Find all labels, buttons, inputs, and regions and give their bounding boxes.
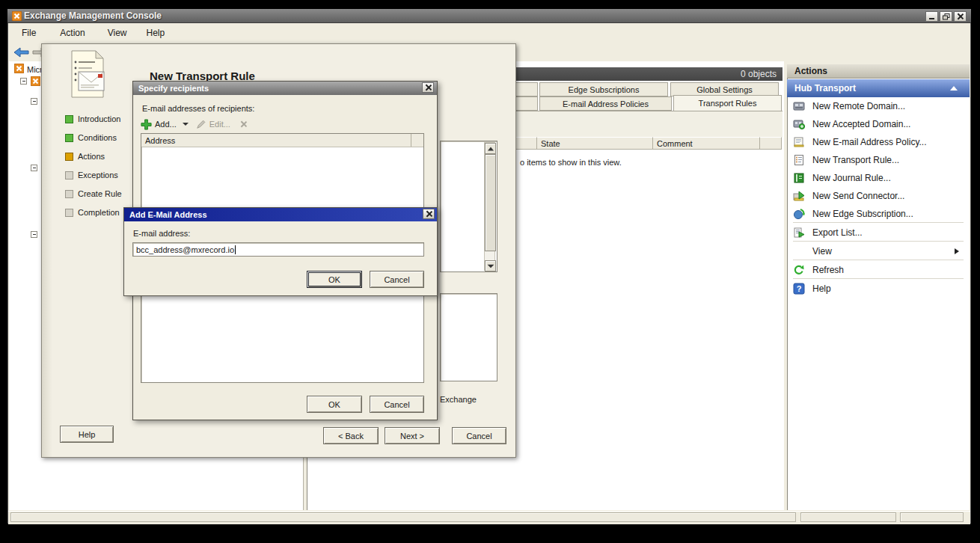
address-column-header[interactable]: Address <box>141 134 411 147</box>
tab-transport-rules[interactable]: Transport Rules <box>673 95 782 111</box>
menu-action[interactable]: Action <box>52 25 92 40</box>
scroll-thumb[interactable] <box>485 154 496 251</box>
tree-node-icon <box>31 76 40 86</box>
step-label: Create Rule <box>78 189 122 198</box>
action-new-edge-subscription[interactable]: New Edge Subscription... <box>788 206 968 222</box>
wizard-next-button[interactable]: Next > <box>385 427 440 444</box>
action-export-list[interactable]: Export List... <box>788 224 968 241</box>
step-label: Actions <box>78 152 105 161</box>
action-label: New Edge Subscription... <box>812 209 913 219</box>
action-new-remote-domain[interactable]: New Remote Domain... <box>788 98 968 114</box>
refresh-icon <box>793 264 805 276</box>
step-status-icon <box>65 134 73 142</box>
column-label: State <box>541 139 560 148</box>
action-new-transport-rule[interactable]: New Transport Rule... <box>788 152 968 168</box>
action-new-send-connector[interactable]: New Send Connector... <box>788 188 968 204</box>
action-label: New E-mail Address Policy... <box>812 137 927 147</box>
delete-button[interactable] <box>241 121 247 127</box>
menu-file[interactable]: File <box>14 25 43 40</box>
button-label: Help <box>79 430 96 439</box>
add-email-close-button[interactable] <box>423 209 435 219</box>
column-header-filler <box>760 137 782 150</box>
edit-button[interactable]: Edit... <box>209 120 230 129</box>
objects-count: 0 objects <box>741 69 777 79</box>
restore-button[interactable] <box>940 11 952 22</box>
action-label: New Accepted Domain... <box>812 119 910 129</box>
wizard-cancel-button[interactable]: Cancel <box>452 427 506 444</box>
action-new-email-address-policy[interactable]: New E-mail Address Policy... <box>788 134 968 150</box>
action-refresh[interactable]: Refresh <box>788 262 968 278</box>
add-email-title-bar[interactable]: Add E-Mail Address <box>124 208 437 221</box>
column-header-comment[interactable]: Comment <box>653 137 760 150</box>
scroll-up-button[interactable] <box>485 143 496 154</box>
minimize-button[interactable] <box>925 11 938 22</box>
step-status-icon <box>65 171 73 180</box>
email-address-input[interactable]: bcc_address@mxrecord.io <box>132 242 424 257</box>
add-email-ok-button[interactable]: OK <box>307 271 362 288</box>
action-help[interactable]: ? Help <box>788 280 968 297</box>
wizard-list-scrollbar[interactable] <box>484 142 495 271</box>
wizard-step-exceptions: Exceptions <box>65 171 118 180</box>
action-label: Export List... <box>812 227 863 238</box>
back-button[interactable] <box>12 44 31 60</box>
new-transport-rule-icon <box>793 154 805 166</box>
export-list-icon <box>793 227 805 239</box>
wizard-help-button[interactable]: Help <box>60 426 114 443</box>
column-header-filler <box>411 134 423 147</box>
add-dropdown-icon[interactable] <box>183 123 189 126</box>
close-icon <box>425 85 431 90</box>
scroll-down-button[interactable] <box>485 260 496 272</box>
tree-root-icon <box>14 64 24 73</box>
new-email-address-policy-icon <box>793 136 805 148</box>
menu-view[interactable]: View <box>100 25 135 40</box>
action-new-journal-rule[interactable]: New Journal Rule... <box>788 170 968 186</box>
tab-label: Global Settings <box>696 85 753 94</box>
add-plus-icon <box>141 119 152 130</box>
edit-pencil-icon <box>196 119 206 129</box>
tree-expander[interactable] <box>20 78 27 85</box>
add-email-cancel-button[interactable]: Cancel <box>370 271 424 288</box>
menu-help[interactable]: Help <box>139 25 173 40</box>
restore-icon <box>943 13 950 20</box>
tab-email-address-policies[interactable]: E-mail Address Policies <box>539 96 672 111</box>
recipients-cancel-button[interactable]: Cancel <box>370 396 424 413</box>
specify-recipients-close-button[interactable] <box>422 82 434 93</box>
title-bar[interactable]: Exchange Management Console <box>7 9 971 23</box>
action-label: Help <box>812 283 831 294</box>
close-icon <box>958 13 964 19</box>
dialog-title: Add E-Mail Address <box>129 210 207 219</box>
action-label: Refresh <box>812 265 844 275</box>
recipients-ok-button[interactable]: OK <box>307 396 362 413</box>
recipients-toolbar: Add... Edit... <box>141 117 260 131</box>
specify-recipients-title-bar[interactable]: Specify recipients <box>133 82 437 95</box>
tree-expander[interactable] <box>31 98 37 105</box>
button-label: Cancel <box>384 400 409 409</box>
tree-expander[interactable] <box>31 231 37 238</box>
actions-panel-header: Actions <box>787 64 970 79</box>
tab-edge-subscriptions[interactable]: Edge Subscriptions <box>539 82 668 96</box>
action-new-accepted-domain[interactable]: New Accepted Domain... <box>788 116 968 132</box>
add-button[interactable]: Add... <box>155 120 177 129</box>
button-label: < Back <box>338 432 364 441</box>
button-label: Next > <box>400 432 424 441</box>
action-view[interactable]: View <box>788 243 968 260</box>
status-segment <box>900 512 964 522</box>
button-label: OK <box>328 275 340 284</box>
tree-expander[interactable] <box>31 165 37 171</box>
collapse-icon[interactable] <box>950 86 958 90</box>
status-segment <box>800 512 896 522</box>
wizard-step-conditions: Conditions <box>65 133 117 142</box>
actions-separator <box>793 278 964 279</box>
new-send-connector-icon <box>793 190 805 202</box>
close-button[interactable] <box>954 11 967 22</box>
hub-transport-group-header[interactable]: Hub Transport <box>787 79 970 97</box>
email-field-label: E-mail address: <box>133 229 190 238</box>
step-status-icon <box>65 153 73 161</box>
wizard-description-box <box>440 293 497 381</box>
column-header-state[interactable]: State <box>537 137 653 150</box>
action-label: New Send Connector... <box>812 191 904 201</box>
column-label: Comment <box>657 139 693 148</box>
wizard-back-button[interactable]: < Back <box>323 427 379 444</box>
tree-root-label[interactable]: Micr <box>27 65 43 74</box>
tab-label: Edge Subscriptions <box>569 85 640 94</box>
